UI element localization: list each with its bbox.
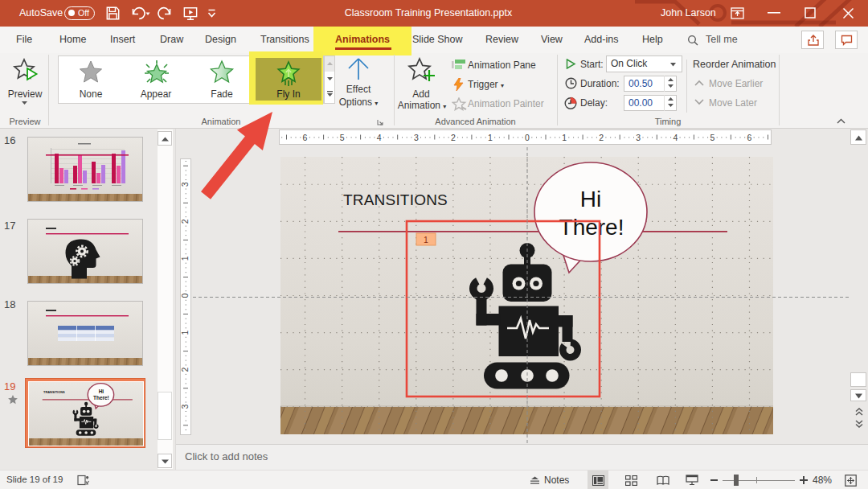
svg-text:There!: There! [93,395,109,401]
svg-text:TRANSITIONS: TRANSITIONS [43,390,65,394]
svg-text:Hi: Hi [99,388,104,394]
